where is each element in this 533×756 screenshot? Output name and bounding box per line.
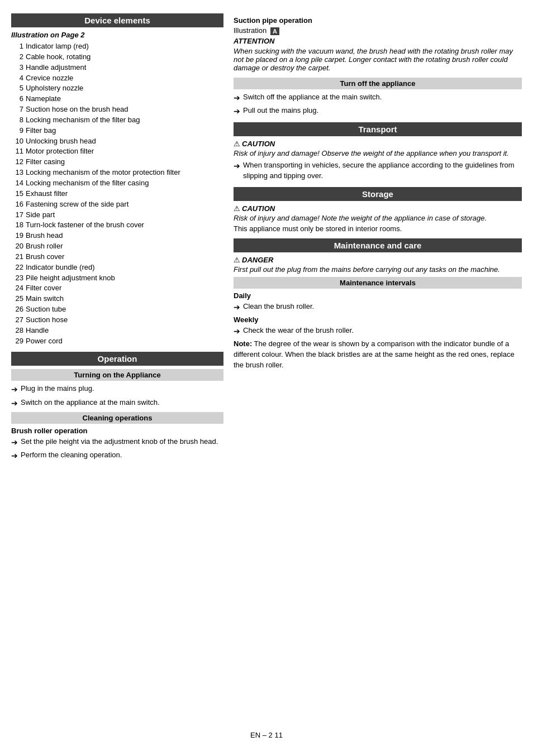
- item-text: Power cord: [26, 336, 63, 347]
- item-text: Filter casing: [26, 157, 65, 168]
- transport-text-1: When transporting in vehicles, secure th…: [243, 160, 522, 181]
- device-list-item: 23Pile height adjustment knob: [11, 273, 223, 284]
- attention-text: When sucking with the vacuum wand, the b…: [234, 47, 522, 72]
- device-list-item: 4Crevice nozzle: [11, 73, 223, 84]
- arrow-icon-4: ➔: [11, 450, 18, 461]
- device-list-item: 26Suction tube: [11, 304, 223, 315]
- item-text: Crevice nozzle: [26, 73, 73, 84]
- storage-caution-label: CAUTION: [242, 204, 275, 213]
- daily-item-1: ➔ Clean the brush roller.: [234, 302, 522, 313]
- item-number: 25: [11, 294, 23, 304]
- arrow-icon-2: ➔: [11, 398, 18, 409]
- device-list-item: 3Handle adjustment: [11, 63, 223, 73]
- turning-on-text-1: Plug in the mains plug.: [21, 384, 94, 394]
- device-list-item: 28Handle: [11, 326, 223, 336]
- storage-caution-line: ⚠ CAUTION: [234, 204, 522, 213]
- weekly-note: Note: The degree of the wear is shown by…: [234, 339, 522, 371]
- item-number: 27: [11, 315, 23, 326]
- item-text: Suction hose on the brush head: [26, 104, 129, 115]
- item-number: 24: [11, 283, 23, 294]
- transport-section: Transport ⚠ CAUTION Risk of injury and d…: [234, 122, 522, 181]
- device-list-item: 22Indicator bundle (red): [11, 262, 223, 273]
- turn-off-text-2: Pull out the mains plug.: [243, 106, 318, 116]
- item-number: 5: [11, 83, 23, 94]
- weekly-note-text: The degree of the wear is shown by a com…: [234, 339, 515, 369]
- item-number: 23: [11, 273, 23, 284]
- item-number: 17: [11, 210, 23, 221]
- cleaning-subheader: Cleaning operations: [11, 412, 223, 424]
- storage-body-text: This appliance must only be stored in in…: [234, 224, 522, 233]
- turning-on-text-2: Switch on the appliance at the main swit…: [21, 398, 160, 408]
- suction-pipe-illustration: Illustration A: [234, 26, 522, 35]
- illustration-label: Illustration on Page 2: [11, 31, 223, 39]
- item-number: 13: [11, 168, 23, 178]
- device-list-item: 12Filter casing: [11, 157, 223, 168]
- weekly-label: Weekly: [234, 315, 522, 324]
- turn-off-header: Turn off the appliance: [234, 78, 522, 89]
- maintenance-danger-label: DANGER: [242, 256, 273, 264]
- device-list-item: 7Suction hose on the brush head: [11, 104, 223, 115]
- storage-caution-text: Risk of injury and damage! Note the weig…: [234, 214, 522, 222]
- caution-icon-transport: ⚠: [234, 140, 240, 148]
- item-text: Filter bag: [26, 126, 56, 136]
- item-text: Handle adjustment: [26, 63, 86, 73]
- item-number: 3: [11, 63, 23, 73]
- illustration-a-badge: A: [270, 27, 279, 35]
- weekly-note-label: Note:: [234, 339, 252, 348]
- item-text: Fastening screw of the side part: [26, 199, 129, 210]
- arrow-icon-8: ➔: [234, 302, 240, 313]
- turning-on-subheader: Turning on the Appliance: [11, 369, 223, 381]
- device-list-item: 21Brush cover: [11, 252, 223, 262]
- device-list-item: 18Turn-lock fastener of the brush cover: [11, 220, 223, 231]
- item-text: Brush roller: [26, 241, 63, 252]
- right-column: Suction pipe operation Illustration A AT…: [234, 13, 522, 722]
- item-text: Brush head: [26, 231, 63, 241]
- transport-header: Transport: [234, 122, 522, 136]
- device-list-item: 15Exhaust filter: [11, 189, 223, 199]
- item-number: 2: [11, 52, 23, 63]
- item-number: 21: [11, 252, 23, 262]
- transport-caution-line: ⚠ CAUTION: [234, 140, 522, 148]
- item-number: 18: [11, 220, 23, 231]
- item-text: Main switch: [26, 294, 64, 304]
- maintenance-section: Maintenance and care ⚠ DANGER First pull…: [234, 238, 522, 371]
- item-text: Indicator lamp (red): [26, 41, 89, 52]
- device-list-item: 13Locking mechanism of the motor protect…: [11, 168, 223, 178]
- transport-caution-label: CAUTION: [242, 140, 275, 148]
- item-text: Exhaust filter: [26, 189, 68, 199]
- turn-off-section: Turn off the appliance ➔ Switch off the …: [234, 78, 522, 117]
- item-number: 8: [11, 115, 23, 126]
- item-text: Locking mechanism of the motor protectio…: [26, 168, 180, 178]
- device-list-item: 8Locking mechanism of the filter bag: [11, 115, 223, 126]
- item-text: Pile height adjustment knob: [26, 273, 115, 284]
- turning-on-item-1: ➔ Plug in the mains plug.: [11, 384, 223, 395]
- item-text: Cable hook, rotating: [26, 52, 91, 63]
- brush-roller-item-2: ➔ Perform the cleaning operation.: [11, 450, 223, 461]
- weekly-item-1: ➔ Check the wear of the brush roller.: [234, 326, 522, 337]
- device-elements-header: Device elements: [11, 13, 223, 27]
- item-text: Motor protection filter: [26, 146, 94, 157]
- page-footer: EN – 2 11: [11, 731, 522, 739]
- item-number: 12: [11, 157, 23, 168]
- arrow-icon-7: ➔: [234, 160, 240, 171]
- item-text: Brush cover: [26, 252, 64, 262]
- device-list: 1Indicator lamp (red)2Cable hook, rotati…: [11, 41, 223, 346]
- device-list-item: 14Locking mechanism of the filter casing: [11, 178, 223, 189]
- arrow-icon-9: ➔: [234, 326, 240, 337]
- suction-pipe-label: Suction pipe operation: [234, 16, 522, 25]
- weekly-text-1: Check the wear of the brush roller.: [243, 326, 354, 336]
- brush-roller-text-1: Set the pile height via the adjustment k…: [21, 437, 218, 447]
- device-list-item: 19Brush head: [11, 231, 223, 241]
- arrow-icon-6: ➔: [234, 106, 240, 117]
- item-number: 7: [11, 104, 23, 115]
- item-text: Side part: [26, 210, 55, 221]
- transport-caution-text: Risk of injury and damage! Observe the w…: [234, 149, 522, 157]
- device-elements-section: Device elements Illustration on Page 2 1…: [11, 13, 223, 346]
- item-number: 20: [11, 241, 23, 252]
- page: Device elements Illustration on Page 2 1…: [0, 0, 533, 756]
- arrow-icon-3: ➔: [11, 437, 18, 448]
- daily-label: Daily: [234, 291, 522, 300]
- item-number: 4: [11, 73, 23, 84]
- item-number: 22: [11, 262, 23, 273]
- item-text: Turn-lock fastener of the brush cover: [26, 220, 144, 231]
